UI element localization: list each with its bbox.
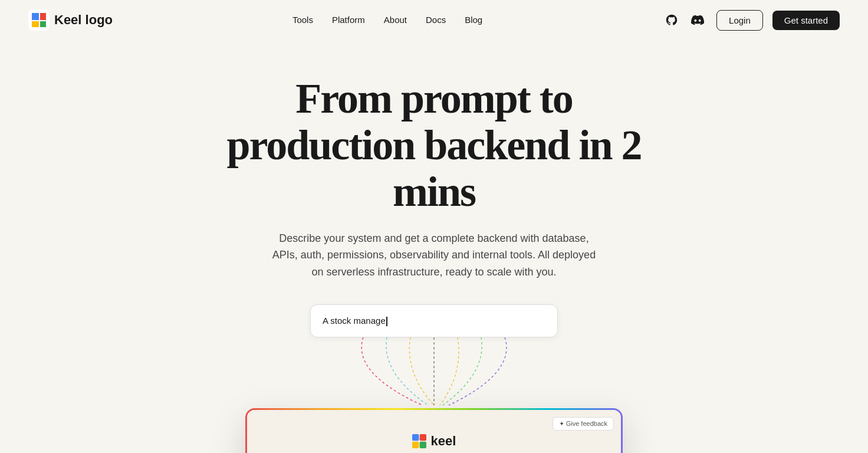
svg-rect-4 xyxy=(419,442,426,448)
product-inner: ✦ Give feedback keel Ahoy there, welcome… xyxy=(247,410,621,453)
nav-icons xyxy=(662,11,707,29)
svg-rect-3 xyxy=(412,442,419,448)
nav-actions: Login Get started xyxy=(662,10,840,31)
product-wrapper: ✦ Give feedback keel Ahoy there, welcome… xyxy=(245,408,623,453)
product-logo-text: keel xyxy=(431,434,456,449)
product-logo: keel xyxy=(412,434,456,449)
prompt-text: A stock manage xyxy=(323,316,386,326)
keel-logo-icon xyxy=(28,9,50,31)
product-logo-icon xyxy=(412,434,426,448)
prompt-cursor xyxy=(386,317,387,326)
nav-link-platform[interactable]: Platform xyxy=(332,15,365,25)
logo-text: Keel logo xyxy=(54,12,113,28)
arrows-svg xyxy=(245,337,623,408)
hero-title: From prompt to production backend in 2 m… xyxy=(198,76,670,216)
github-icon[interactable] xyxy=(662,11,681,29)
nav-link-blog[interactable]: Blog xyxy=(465,15,482,25)
arrows-container xyxy=(245,337,623,408)
navbar: Keel logo Tools Platform About Docs Blog… xyxy=(0,0,868,40)
svg-rect-1 xyxy=(412,434,419,441)
login-button[interactable]: Login xyxy=(716,10,763,31)
svg-rect-2 xyxy=(419,434,426,441)
get-started-button[interactable]: Get started xyxy=(772,11,840,30)
hero-section: From prompt to production backend in 2 m… xyxy=(0,40,868,453)
nav-links: Tools Platform About Docs Blog xyxy=(292,15,482,25)
nav-link-tools[interactable]: Tools xyxy=(292,15,313,25)
prompt-input-box[interactable]: A stock manage xyxy=(310,304,558,337)
product-frame: ✦ Give feedback keel Ahoy there, welcome… xyxy=(245,408,623,453)
discord-icon[interactable] xyxy=(688,11,707,29)
logo-link[interactable]: Keel logo xyxy=(28,9,113,31)
feedback-button[interactable]: ✦ Give feedback xyxy=(553,417,614,431)
nav-link-docs[interactable]: Docs xyxy=(426,15,446,25)
hero-subtitle: Describe your system and get a complete … xyxy=(269,230,599,281)
nav-link-about[interactable]: About xyxy=(384,15,407,25)
